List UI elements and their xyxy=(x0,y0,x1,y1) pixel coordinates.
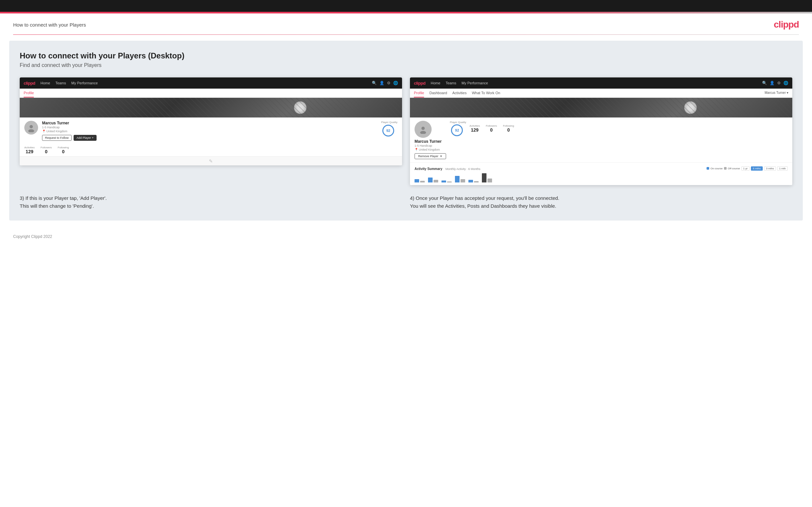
left-stats-row: Activities 129 Followers 0 Following 0 xyxy=(20,144,402,156)
desc-left-text: 3) If this is your Player tap, 'Add Play… xyxy=(20,194,402,210)
oncourse-legend-label: On course xyxy=(711,167,723,170)
mock-app-left: clippd Home Teams My Performance 🔍 👤 ⚙ 🌐… xyxy=(20,77,402,165)
right-stat-following: Following 0 xyxy=(503,124,514,132)
right-settings-icon[interactable]: ⚙ xyxy=(777,81,781,85)
chart-bar-3-offcourse xyxy=(447,181,452,182)
right-activities-label: Activities xyxy=(469,124,480,127)
desc-right-col: 4) Once your Player has accepted your re… xyxy=(410,194,792,210)
right-quality-label: Player Quality xyxy=(450,121,466,124)
left-profile-actions: Request to Follow Add Player + xyxy=(42,135,377,141)
right-followers-val: 0 xyxy=(486,127,497,132)
logo: clippd xyxy=(774,19,799,30)
user-icon[interactable]: 👤 xyxy=(379,81,384,85)
right-location: 📍 United Kingdom xyxy=(414,148,446,151)
header-divider xyxy=(13,35,799,35)
left-app-nav: clippd Home Teams My Performance 🔍 👤 ⚙ 🌐 xyxy=(20,77,402,89)
left-nav-performance[interactable]: My Performance xyxy=(71,81,98,85)
right-globe-icon[interactable]: 🌐 xyxy=(783,81,789,85)
settings-icon[interactable]: ⚙ xyxy=(387,81,391,85)
description-row: 3) If this is your Player tap, 'Add Play… xyxy=(20,194,792,210)
activity-chart xyxy=(414,173,788,182)
right-stats-group: Activities 129 Followers 0 Following 0 xyxy=(469,124,788,132)
right-profile-left: Marcus Turner 1-5 Handicap 📍 United King… xyxy=(414,121,446,159)
right-player-name: Marcus Turner xyxy=(414,139,446,144)
right-avatar xyxy=(414,121,432,138)
left-hero-overlay xyxy=(20,98,402,117)
right-handicap: 1-5 Handicap xyxy=(414,144,446,147)
offcourse-legend-dot xyxy=(724,167,726,170)
left-location: 📍 United Kingdom xyxy=(42,130,377,133)
right-nav-teams[interactable]: Teams xyxy=(446,81,456,85)
right-following-val: 0 xyxy=(503,127,514,132)
remove-player-button[interactable]: Remove Player ✕ xyxy=(414,153,446,159)
right-app-tabs: Profile Dashboard Activities What To Wor… xyxy=(410,89,792,98)
chart-bar-1-offcourse xyxy=(420,181,425,182)
left-tab-profile[interactable]: Profile xyxy=(23,89,34,98)
right-tab-profile[interactable]: Profile xyxy=(414,89,424,98)
add-player-button[interactable]: Add Player + xyxy=(73,135,97,141)
desc-right-text: 4) Once your Player has accepted your re… xyxy=(410,194,792,210)
right-activity-period: Monthly Activity · 6 Months xyxy=(444,167,480,171)
left-stats-group: Activities 129 Followers 0 Following 0 xyxy=(24,146,398,154)
search-icon[interactable]: 🔍 xyxy=(372,81,377,85)
right-quality-circle: 92 xyxy=(451,124,463,136)
time-3mths-button[interactable]: 3 mths xyxy=(764,166,776,171)
left-quality-label: Player Quality xyxy=(381,121,398,124)
svg-point-3 xyxy=(420,131,426,134)
left-following-val: 0 xyxy=(58,149,69,154)
right-activity-summary: Activity Summary Monthly Activity · 6 Mo… xyxy=(410,162,792,185)
right-nav-home[interactable]: Home xyxy=(430,81,440,85)
left-nav-teams[interactable]: Teams xyxy=(55,81,66,85)
globe-icon[interactable]: 🌐 xyxy=(393,81,398,85)
right-stat-followers: Followers 0 xyxy=(486,124,497,132)
right-tab-dashboard[interactable]: Dashboard xyxy=(429,89,447,98)
svg-point-0 xyxy=(30,125,33,128)
page-header-title: How to connect with your Players xyxy=(13,22,86,27)
svg-point-1 xyxy=(28,129,34,132)
left-hero-image xyxy=(20,98,402,117)
screenshots-row: clippd Home Teams My Performance 🔍 👤 ⚙ 🌐… xyxy=(20,77,792,185)
right-followers-label: Followers xyxy=(486,124,497,127)
right-nav-performance[interactable]: My Performance xyxy=(461,81,488,85)
right-activities-val: 129 xyxy=(469,127,480,132)
right-search-icon[interactable]: 🔍 xyxy=(762,81,767,85)
top-bar xyxy=(0,0,812,12)
right-pin-icon: 📍 xyxy=(414,148,418,151)
chart-bar-2-oncourse xyxy=(428,177,433,182)
right-tab-activities[interactable]: Activities xyxy=(452,89,466,98)
request-follow-button[interactable]: Request to Follow xyxy=(42,135,71,141)
svg-point-2 xyxy=(421,127,425,130)
left-handicap: 1-5 Handicap xyxy=(42,126,377,129)
main-content: How to connect with your Players (Deskto… xyxy=(9,41,803,221)
right-tab-username[interactable]: Marcus Turner ▾ xyxy=(765,89,789,98)
copyright-text: Copyright Clippd 2022 xyxy=(13,234,52,239)
right-following-label: Following xyxy=(503,124,514,127)
chart-bar-4-offcourse xyxy=(461,179,465,182)
time-6mths-button[interactable]: 6 mths xyxy=(751,166,763,171)
left-avatar xyxy=(24,121,38,134)
left-activities-val: 129 xyxy=(24,149,35,154)
right-user-icon[interactable]: 👤 xyxy=(770,81,774,85)
chart-bar-5-oncourse xyxy=(468,180,473,182)
desc-left-col: 3) If this is your Player tap, 'Add Play… xyxy=(20,194,402,210)
left-player-name: Marcus Turner xyxy=(42,121,377,125)
screenshot-left-col: clippd Home Teams My Performance 🔍 👤 ⚙ 🌐… xyxy=(20,77,402,185)
pencil-icon: ✎ xyxy=(209,159,213,164)
right-hero-overlay xyxy=(410,98,792,117)
time-1yr-button[interactable]: 1 yr xyxy=(742,166,750,171)
chart-bar-2-offcourse xyxy=(434,180,438,182)
left-profile-section: Marcus Turner 1-5 Handicap 📍 United King… xyxy=(20,117,402,144)
right-nav-logo: clippd xyxy=(414,81,425,86)
right-activity-left: Activity Summary Monthly Activity · 6 Mo… xyxy=(414,165,480,171)
page-header: How to connect with your Players clippd xyxy=(0,13,812,35)
screenshot-right-col: clippd Home Teams My Performance 🔍 👤 ⚙ 🌐… xyxy=(410,77,792,185)
offcourse-legend-label: Off course xyxy=(728,167,740,170)
left-nav-home[interactable]: Home xyxy=(40,81,50,85)
right-tab-whattoon[interactable]: What To Work On xyxy=(472,89,500,98)
right-stats-col: Player Quality 92 Activities 129 xyxy=(450,121,788,159)
left-following-label: Following xyxy=(58,146,69,149)
time-1mth-button[interactable]: 1 mth xyxy=(777,166,788,171)
right-nav-icons: 🔍 👤 ⚙ 🌐 xyxy=(762,81,789,85)
right-activity-controls: On course Off course 1 yr 6 mths 3 mths … xyxy=(707,166,788,171)
chart-bar-5-offcourse xyxy=(474,181,478,182)
